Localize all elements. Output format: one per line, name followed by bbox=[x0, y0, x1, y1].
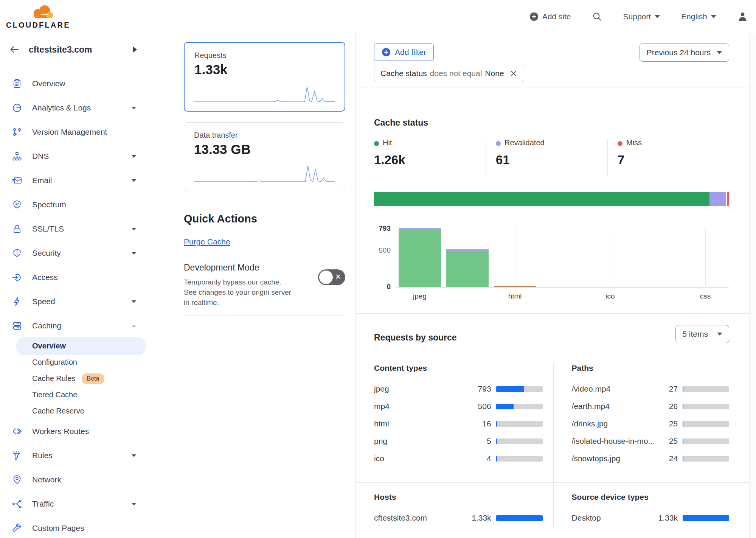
hosts-column: Hosts cftestsite3.com1.33k bbox=[374, 483, 554, 527]
analytics-icon bbox=[11, 103, 23, 113]
divider bbox=[184, 316, 345, 316]
table-row: cftestsite3.com1.33k bbox=[374, 509, 543, 527]
cloudflare-logo[interactable]: CLOUDFLARE bbox=[6, 4, 70, 30]
sidebar-item-network[interactable]: Network bbox=[0, 468, 147, 492]
quick-actions-title: Quick Actions bbox=[184, 213, 345, 225]
remove-filter-icon[interactable] bbox=[509, 69, 518, 78]
language-menu[interactable]: English bbox=[681, 12, 716, 21]
account-menu[interactable] bbox=[737, 11, 748, 22]
miss-label[interactable]: Miss bbox=[626, 138, 642, 148]
sidebar-item-version-management[interactable]: Version Management bbox=[0, 120, 147, 144]
chart-bar-ico[interactable] bbox=[589, 287, 631, 287]
sidebar-item-analytics-logs[interactable]: Analytics & Logs bbox=[0, 96, 147, 120]
row-value: 26 bbox=[654, 402, 678, 411]
search-button[interactable] bbox=[592, 12, 602, 22]
row-bar bbox=[683, 515, 729, 521]
sidebar-subitem-cache-reserve[interactable]: Cache Reserve bbox=[0, 403, 147, 419]
section-gap bbox=[356, 87, 750, 97]
support-label: Support bbox=[623, 12, 651, 21]
chart-bar-mp4[interactable] bbox=[446, 249, 489, 287]
add-filter-button[interactable]: Add filter bbox=[374, 44, 434, 61]
sidebar-item-dns[interactable]: DNS bbox=[0, 144, 147, 168]
network-icon bbox=[11, 475, 23, 485]
site-expand-chevron-icon[interactable] bbox=[133, 47, 137, 53]
content-types-table: jpeg793mp4506html16png5ico4 bbox=[374, 380, 543, 482]
row-bar bbox=[496, 456, 543, 462]
sidebar-item-access[interactable]: Access bbox=[0, 265, 147, 289]
devices-table: Desktop1.33k bbox=[572, 509, 729, 527]
sidebar-item-spectrum[interactable]: Spectrum bbox=[0, 193, 147, 217]
items-count-dropdown[interactable]: 5 items bbox=[675, 325, 729, 343]
chart-bar-png[interactable] bbox=[542, 287, 584, 287]
vertical-scrollbar[interactable] bbox=[750, 33, 756, 538]
sidebar-item-security[interactable]: Security bbox=[0, 241, 147, 265]
x-axis-labels: jpeghtmlicocss bbox=[396, 292, 729, 300]
plus-circle-icon bbox=[529, 12, 539, 21]
chart-slot bbox=[586, 228, 634, 287]
chevron-down-icon bbox=[132, 300, 136, 303]
bar-segment-hit bbox=[542, 287, 584, 287]
cache-status-bar-chart: 793 500 0 jpeghtmlicocss bbox=[374, 228, 729, 313]
add-site-button[interactable]: Add site bbox=[529, 12, 571, 21]
table-row: mp4506 bbox=[374, 398, 543, 415]
hit-label[interactable]: Hit bbox=[383, 138, 392, 148]
sidebar-item-ssl-tls[interactable]: SSL/TLS bbox=[0, 217, 147, 241]
sidebar-subitem-tiered-cache[interactable]: Tiered Cache bbox=[0, 387, 147, 403]
chart-bar-jpeg[interactable] bbox=[399, 228, 441, 287]
development-mode-title: Development Mode bbox=[184, 263, 297, 273]
sidebar-item-caching[interactable]: Caching bbox=[0, 314, 147, 338]
data-transfer-metric-card[interactable]: Data transfer 13.33 GB bbox=[184, 122, 345, 191]
bar-segment-hit bbox=[684, 287, 727, 287]
beta-badge: Beta bbox=[82, 373, 105, 384]
requests-sparkline bbox=[194, 83, 335, 104]
row-label: html bbox=[374, 419, 467, 428]
time-range-dropdown[interactable]: Previous 24 hours bbox=[640, 44, 729, 62]
revalidated-stat: Revalidated 61 bbox=[486, 138, 607, 176]
purge-cache-link[interactable]: Purge Cache bbox=[184, 237, 230, 246]
hosts-table: cftestsite3.com1.33k bbox=[374, 509, 543, 527]
row-value: 24 bbox=[654, 454, 678, 463]
chevron-down-icon bbox=[717, 51, 722, 54]
development-mode-toggle[interactable]: ✕ bbox=[318, 269, 345, 285]
sidebar-item-overview[interactable]: Overview bbox=[0, 72, 147, 96]
revalidated-dot-icon bbox=[496, 141, 501, 146]
sidebar-item-custom-pages[interactable]: Custom Pages bbox=[0, 516, 147, 538]
cache-status-legend: Hit 1.26k Revalidated 61 bbox=[374, 138, 729, 176]
chart-bar-other[interactable] bbox=[636, 287, 679, 287]
sidebar-subitem-cache-rules[interactable]: Cache Rules Beta bbox=[0, 370, 147, 387]
divider bbox=[184, 254, 345, 254]
bar-segment-hit bbox=[636, 287, 679, 287]
requests-metric-card[interactable]: Requests 1.33k bbox=[184, 42, 345, 112]
row-label: /earth.mp4 bbox=[572, 402, 654, 411]
sidebar: cftestsite3.com Overview Analytics & Log… bbox=[0, 33, 147, 538]
cloudflare-dashboard: CLOUDFLARE Add site Support English bbox=[0, 0, 756, 538]
revalidated-label[interactable]: Revalidated bbox=[505, 138, 545, 148]
chevron-up-icon bbox=[132, 325, 136, 327]
row-value: 1.33k bbox=[654, 513, 678, 522]
sidebar-item-email[interactable]: Email bbox=[0, 168, 147, 193]
chart-bar-css[interactable] bbox=[684, 287, 727, 287]
chart-slot bbox=[681, 228, 729, 287]
sidebar-item-rules[interactable]: Rules bbox=[0, 443, 147, 468]
email-icon bbox=[11, 176, 23, 185]
user-icon bbox=[737, 11, 748, 22]
table-row: /earth.mp426 bbox=[572, 398, 729, 415]
miss-dot-icon bbox=[618, 141, 622, 146]
support-menu[interactable]: Support bbox=[623, 12, 660, 21]
sidebar-item-workers-routes[interactable]: Workers Routes bbox=[0, 419, 147, 443]
chevron-down-icon bbox=[711, 15, 716, 18]
chart-bar-html[interactable] bbox=[494, 286, 536, 287]
filter-chip[interactable]: Cache status does not equal None bbox=[374, 65, 524, 82]
site-header: cftestsite3.com bbox=[0, 33, 147, 66]
cache-status-title: Cache status bbox=[374, 118, 729, 128]
sidebar-subitem-caching-overview[interactable]: Overview bbox=[0, 338, 147, 354]
back-arrow-icon[interactable] bbox=[9, 44, 20, 55]
filter-bar: Add filter Cache status does not equal N… bbox=[356, 33, 750, 87]
sidebar-item-traffic[interactable]: Traffic bbox=[0, 492, 147, 516]
row-value: 1.33k bbox=[467, 513, 491, 522]
sidebar-item-speed[interactable]: Speed bbox=[0, 289, 147, 314]
search-icon bbox=[592, 12, 602, 22]
sidebar-subitem-configuration[interactable]: Configuration bbox=[0, 354, 147, 370]
bar-segment-revalidated bbox=[589, 287, 631, 287]
metrics-column: Requests 1.33k Data transfer 13.33 GB Qu… bbox=[147, 33, 355, 538]
